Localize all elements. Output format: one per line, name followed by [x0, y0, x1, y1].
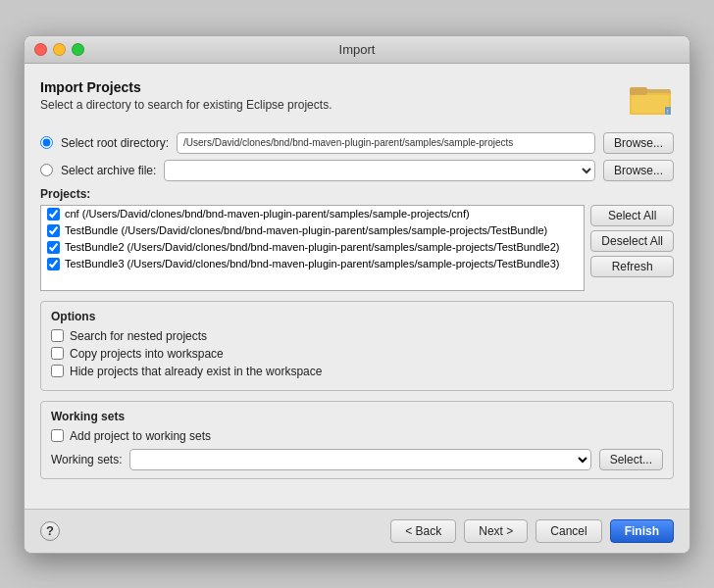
copy-projects-label: Copy projects into workspace [70, 347, 224, 361]
browse-button-1[interactable]: Browse... [603, 132, 674, 154]
copy-projects-checkbox[interactable] [51, 347, 64, 360]
project-label: TestBundle (/Users/David/clones/bnd/bnd-… [65, 224, 547, 236]
project-item[interactable]: TestBundle (/Users/David/clones/bnd/bnd-… [41, 222, 584, 239]
footer-left: ? [40, 521, 60, 541]
project-checkbox-2[interactable] [47, 224, 60, 237]
archive-file-radio[interactable] [40, 164, 53, 176]
working-sets-title: Working sets [51, 410, 663, 423]
folder-svg-image: ↑ [630, 81, 671, 117]
root-directory-label: Select root directory: [61, 136, 169, 150]
project-checkbox-4[interactable] [47, 258, 60, 270]
project-checkbox-3[interactable] [47, 241, 60, 254]
window-controls [34, 43, 84, 56]
minimize-button[interactable] [53, 43, 66, 56]
project-item[interactable]: TestBundle2 (/Users/David/clones/bnd/bnd… [41, 239, 584, 256]
header-section: Import Projects Select a directory to se… [40, 79, 674, 119]
project-label: cnf (/Users/David/clones/bnd/bnd-maven-p… [65, 208, 470, 220]
svg-rect-3 [632, 95, 669, 113]
root-directory-row: Select root directory: Browse... [40, 132, 674, 154]
working-sets-select[interactable] [129, 449, 590, 470]
project-item[interactable]: cnf (/Users/David/clones/bnd/bnd-maven-p… [41, 206, 584, 222]
projects-list: cnf (/Users/David/clones/bnd/bnd-maven-p… [40, 205, 585, 291]
dialog-footer: ? < Back Next > Cancel Finish [25, 509, 689, 553]
dialog-title: Import Projects [40, 79, 332, 95]
add-to-working-sets-row: Add project to working sets [51, 429, 663, 443]
working-sets-group: Working sets Add project to working sets… [40, 401, 674, 479]
project-checkbox-1[interactable] [47, 208, 60, 220]
titlebar: Import [25, 36, 689, 64]
close-button[interactable] [34, 43, 47, 56]
projects-area: cnf (/Users/David/clones/bnd/bnd-maven-p… [40, 205, 674, 291]
root-directory-radio[interactable] [40, 136, 53, 149]
project-label: TestBundle2 (/Users/David/clones/bnd/bnd… [65, 241, 559, 253]
add-working-sets-checkbox[interactable] [51, 429, 64, 442]
project-item[interactable]: TestBundle3 (/Users/David/clones/bnd/bnd… [41, 256, 584, 272]
projects-buttons: Select All Deselect All Refresh [590, 205, 674, 291]
hide-projects-row: Hide projects that already exist in the … [51, 365, 663, 378]
hide-projects-label: Hide projects that already exist in the … [70, 365, 322, 378]
nested-projects-label: Search for nested projects [70, 329, 207, 343]
projects-label: Projects: [40, 187, 674, 201]
working-sets-label: Working sets: [51, 453, 122, 466]
hide-projects-checkbox[interactable] [51, 365, 64, 377]
import-dialog: Import Import Projects Select a director… [24, 35, 690, 554]
copy-projects-row: Copy projects into workspace [51, 347, 663, 361]
select-all-button[interactable]: Select All [590, 205, 674, 226]
nested-projects-checkbox[interactable] [51, 329, 64, 342]
project-label: TestBundle3 (/Users/David/clones/bnd/bnd… [65, 258, 559, 270]
finish-button[interactable]: Finish [610, 519, 674, 543]
dialog-content: Import Projects Select a directory to se… [25, 64, 689, 509]
svg-text:↑: ↑ [666, 108, 670, 115]
deselect-all-button[interactable]: Deselect All [590, 230, 674, 252]
next-button[interactable]: Next > [464, 519, 528, 543]
folder-icon: ↑ [627, 79, 674, 119]
archive-file-row: Select archive file: Browse... [40, 160, 674, 181]
svg-rect-2 [630, 87, 647, 95]
header-text: Import Projects Select a directory to se… [40, 79, 332, 112]
maximize-button[interactable] [72, 43, 84, 56]
options-title: Options [51, 310, 663, 323]
help-button[interactable]: ? [40, 521, 60, 541]
cancel-button[interactable]: Cancel [536, 519, 601, 543]
dialog-subtitle: Select a directory to search for existin… [40, 98, 332, 112]
refresh-button[interactable]: Refresh [590, 256, 674, 277]
nested-projects-row: Search for nested projects [51, 329, 663, 343]
add-working-sets-label: Add project to working sets [70, 429, 211, 443]
options-group: Options Search for nested projects Copy … [40, 301, 674, 391]
working-sets-row: Working sets: Select... [51, 449, 663, 470]
browse-button-2[interactable]: Browse... [603, 160, 674, 181]
working-sets-select-button[interactable]: Select... [599, 449, 663, 470]
back-button[interactable]: < Back [390, 519, 456, 543]
root-directory-input[interactable] [177, 132, 595, 154]
archive-file-label: Select archive file: [61, 164, 156, 177]
footer-right: < Back Next > Cancel Finish [390, 519, 674, 543]
window-title: Import [339, 42, 376, 57]
archive-file-select[interactable] [164, 160, 595, 181]
